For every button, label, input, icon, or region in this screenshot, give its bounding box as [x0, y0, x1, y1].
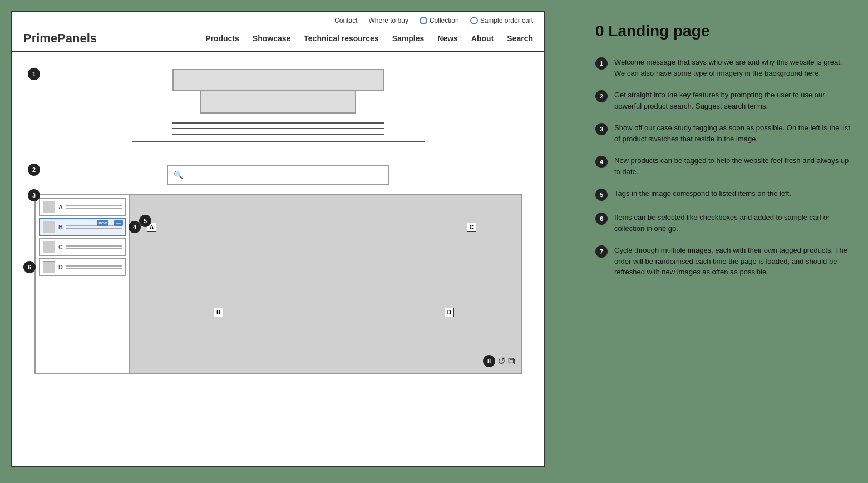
page-title: 0 Landing page	[595, 22, 851, 40]
hero-img-top	[172, 69, 384, 91]
product-tag-b[interactable]: B	[214, 308, 223, 317]
swatch-line	[66, 225, 122, 226]
swatch-thumb-d	[43, 261, 55, 273]
swatch-label-a: A	[58, 204, 63, 210]
annotation-item: 7Cycle through multiple images, each wit…	[595, 245, 851, 278]
sample-cart-link[interactable]: Sample order cart	[470, 17, 533, 24]
swatch-line	[66, 245, 122, 247]
hero-section: 1	[34, 63, 522, 159]
right-panel: 0 Landing page 1Welcome message that say…	[579, 0, 868, 483]
annotation-text: Items can be selected like checkboxes an…	[614, 212, 851, 234]
annotation-text: Show off our case study tagging as soon …	[614, 122, 851, 144]
swatch-line	[66, 268, 122, 269]
wireframe-container: Contact Where to buy Collection Sample o…	[11, 11, 545, 467]
nav-news[interactable]: News	[437, 34, 458, 43]
hero-content	[34, 63, 522, 159]
search-section: 2 🔍	[34, 159, 522, 194]
marker-3: 3	[28, 189, 40, 201]
swatch-label-b: B	[58, 224, 63, 230]
case-study-inner: A B	[34, 194, 522, 374]
sample-cart-icon	[470, 17, 478, 24]
annotation-text: Get straight into the key features by pr…	[614, 90, 851, 111]
swatch-item-d[interactable]: D	[39, 258, 126, 276]
swatch-label-c: C	[58, 244, 63, 250]
nav-products[interactable]: Products	[205, 34, 239, 43]
where-to-buy-link[interactable]: Where to buy	[369, 17, 408, 24]
swatch-line	[66, 265, 122, 267]
swatch-lines-a	[66, 205, 122, 209]
annotation-item: 6Items can be selected like checkboxes a…	[595, 212, 851, 234]
annotation-text: New products can be tagged to help the w…	[614, 155, 851, 177]
header-top: Contact Where to buy Collection Sample o…	[23, 12, 533, 27]
hero-image	[172, 69, 384, 114]
swatch-list: A B	[36, 195, 130, 373]
product-tag-d[interactable]: D	[445, 308, 454, 317]
nav-technical[interactable]: Technical resources	[304, 34, 378, 43]
swatch-thumb-c	[43, 241, 55, 253]
search-box[interactable]: 🔍	[167, 165, 389, 185]
annotation-item: 4New products can be tagged to help the …	[595, 155, 851, 177]
annotation-text: Tags in the image correspond to listed i…	[614, 188, 791, 199]
annotation-text: Welcome message that says who we are and…	[614, 57, 851, 78]
swatch-line	[66, 228, 122, 229]
search-content: 🔍	[34, 159, 522, 194]
annotation-list: 1Welcome message that says who we are an…	[595, 57, 851, 278]
header: Contact Where to buy Collection Sample o…	[12, 12, 544, 52]
annotation-item: 5Tags in the image correspond to listed …	[595, 188, 851, 201]
nav-showcase[interactable]: Showcase	[253, 34, 290, 43]
nav-search[interactable]: Search	[507, 34, 533, 43]
swatch-line	[66, 248, 122, 249]
marker-6: 6	[23, 261, 36, 273]
swatch-line	[66, 208, 122, 209]
collection-link[interactable]: Collection	[420, 17, 459, 24]
marker-5: 5	[139, 215, 151, 227]
hero-cta-line	[132, 141, 425, 142]
swatch-line	[66, 205, 122, 206]
annotation-number: 3	[595, 123, 608, 135]
contact-link[interactable]: Contact	[334, 17, 357, 24]
refresh-icon[interactable]: ↺	[497, 355, 506, 367]
marker-2: 2	[28, 164, 40, 176]
case-study-section: 3 A	[34, 194, 522, 374]
header-main: PrimePanels Products Showcase Technical …	[23, 27, 533, 51]
product-tag-c[interactable]: C	[467, 223, 476, 232]
annotation-number: 1	[595, 57, 608, 70]
swatch-item-c[interactable]: C	[39, 238, 126, 256]
annotation-number: 5	[595, 189, 608, 201]
hero-line-2	[172, 128, 384, 129]
new-badge: new	[97, 220, 108, 226]
swatch-lines-c	[66, 245, 122, 249]
annotation-item: 1Welcome message that says who we are an…	[595, 57, 851, 78]
hero-img-bottom	[200, 91, 356, 114]
annotation-number: 6	[595, 213, 608, 225]
annotation-text: Cycle through multiple images, each with…	[614, 245, 851, 278]
swatch-item-b[interactable]: B 4 new —	[39, 218, 126, 236]
nav-about[interactable]: About	[471, 34, 494, 43]
marker-8: 8	[483, 355, 495, 367]
logo[interactable]: PrimePanels	[23, 31, 97, 46]
hero-line-1	[172, 122, 384, 124]
annotation-item: 3Show off our case study tagging as soon…	[595, 122, 851, 144]
swatch-d-wrapper: 6 D	[39, 258, 126, 276]
marker-1: 1	[28, 68, 40, 80]
annotation-number: 2	[595, 90, 608, 102]
swatch-lines-b	[66, 225, 122, 229]
annotation-item: 2Get straight into the key features by p…	[595, 90, 851, 111]
left-panel: Contact Where to buy Collection Sample o…	[0, 0, 579, 483]
search-placeholder-line	[188, 175, 383, 175]
main-nav: Products Showcase Technical resources Sa…	[205, 34, 533, 43]
selected-indicator: —	[114, 220, 123, 226]
swatch-thumb-b	[43, 221, 55, 233]
swatch-item-a[interactable]: A	[39, 198, 126, 216]
nav-samples[interactable]: Samples	[392, 34, 425, 43]
gallery-icon[interactable]: ⧉	[508, 356, 515, 367]
swatch-thumb-a	[43, 201, 55, 213]
hero-line-3	[172, 134, 384, 135]
collection-icon	[420, 17, 427, 24]
swatch-lines-d	[66, 265, 122, 269]
main-content: 1 2	[12, 52, 544, 385]
annotation-number: 4	[595, 156, 608, 168]
hero-text-lines	[172, 122, 384, 135]
case-study-image: 5 A C B D 8 ↺ ⧉	[130, 195, 521, 373]
search-icon: 🔍	[174, 170, 183, 179]
